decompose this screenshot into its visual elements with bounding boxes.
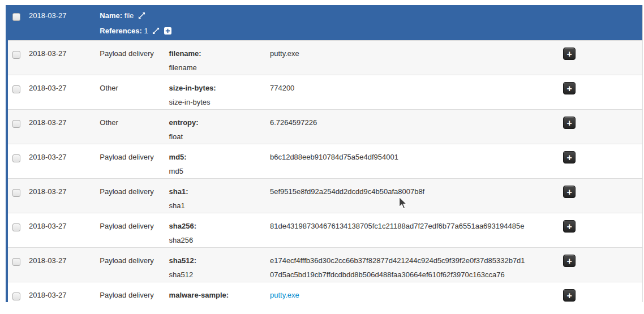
attribute-type: float [169,130,261,144]
references-count: 1 [144,27,148,35]
attribute-rows: 2018-03-27 Payload delivery filename: fi… [7,41,643,303]
attribute-type-cell: sha256: sha256 [165,213,265,248]
attribute-row: 2018-03-27 Payload delivery malware-samp… [7,282,643,303]
attribute-row: 2018-03-27 Payload delivery sha256: sha2… [7,213,643,248]
attribute-value[interactable]: putty.exe [270,291,299,299]
attribute-type-cell: md5: md5 [165,144,265,179]
attribute-type: size-in-bytes [169,95,261,109]
attribute-type-cell: sha512: sha512 [165,248,265,282]
attribute-value: putty.exe [270,49,299,58]
attribute-value-cell: 5ef9515e8fd92a254dd2dcdd9c4b50afa8007b8f [265,179,557,213]
attribute-category: Payload delivery [95,179,164,213]
attribute-value: e174ecf4fffb36d30c2cc66b37f82877d421244c… [270,256,525,279]
attribute-row: 2018-03-27 Other entropy: float 6.726459… [7,110,643,144]
attributes-panel: 2018-03-27 Name: file References: 1 [6,5,643,302]
attribute-date: 2018-03-27 [24,41,95,75]
attribute-type-cell: filename: filename [165,41,265,75]
object-relation-label: sha256: [169,219,261,233]
attribute-category: Payload delivery [95,144,164,179]
attribute-category: Other [95,110,164,144]
attribute-type: sha512 [169,268,261,282]
attribute-type-cell: sha1: sha1 [165,179,265,213]
attribute-row: 2018-03-27 Other size-in-bytes: size-in-… [7,75,643,110]
object-header-row: 2018-03-27 Name: file References: 1 [7,5,643,41]
object-references-line: References: 1 [100,24,638,39]
attribute-value-cell: 6.7264597226 [265,110,557,144]
expand-object-icon[interactable] [138,10,145,24]
attribute-value: 774200 [270,84,294,92]
attributes-table: 2018-03-27 Name: file References: 1 [6,5,643,302]
add-attribute-button[interactable]: + [563,117,576,129]
attribute-actions-cell: + [557,213,642,248]
select-attribute-checkbox[interactable] [12,120,20,128]
attribute-actions-cell: + [557,144,642,179]
object-relation-label: sha512: [169,253,261,268]
attribute-type: sha1 [169,199,261,213]
add-attribute-button[interactable]: + [563,289,576,302]
add-attribute-button[interactable]: + [563,82,576,94]
select-attribute-checkbox[interactable] [12,189,20,197]
add-attribute-button[interactable]: + [563,220,576,233]
attribute-actions-cell: + [557,179,642,213]
object-relation-label: sha1: [169,184,261,199]
attribute-date: 2018-03-27 [24,179,95,213]
attribute-actions-cell: + [557,282,642,303]
attribute-row: 2018-03-27 Payload delivery filename: fi… [7,41,643,75]
attribute-date: 2018-03-27 [24,110,95,144]
attribute-type-cell: size-in-bytes: size-in-bytes [165,75,265,110]
attribute-value-cell: putty.exe [265,41,557,75]
attribute-date: 2018-03-27 [24,282,95,303]
select-attribute-checkbox[interactable] [12,223,20,231]
object-relation-label: malware-sample: [169,288,261,302]
attribute-type-cell: malware-sample: [165,282,265,303]
object-relation-label: size-in-bytes: [169,81,261,95]
expand-references-icon[interactable] [152,25,160,39]
select-attribute-checkbox[interactable] [12,258,20,266]
attribute-value-cell: 774200 [265,75,557,110]
attribute-value: 81de431987304676134138705fc1c21188ad7f27… [270,222,524,230]
attribute-row: 2018-03-27 Payload delivery sha1: sha1 5… [7,179,643,213]
object-relation-label: md5: [169,150,261,164]
attribute-type: filename [169,61,261,75]
object-name-label: Name: [100,11,122,20]
attribute-actions-cell: + [557,110,642,144]
attribute-date: 2018-03-27 [24,75,95,110]
attribute-category: Payload delivery [95,282,164,303]
add-attribute-button[interactable]: + [563,48,576,60]
attribute-type: sha256 [169,233,261,247]
select-attribute-checkbox[interactable] [12,85,20,93]
attribute-category: Payload delivery [95,248,164,282]
attribute-actions-cell: + [557,41,642,75]
attribute-type-cell: entropy: float [165,110,265,144]
select-attribute-checkbox[interactable] [12,293,20,300]
attribute-value-cell: 81de431987304676134138705fc1c21188ad7f27… [265,213,557,248]
add-attribute-button[interactable]: + [563,186,576,198]
attribute-actions-cell: + [557,248,642,282]
add-attribute-button[interactable]: + [563,151,576,164]
select-object-checkbox[interactable] [12,13,20,21]
attribute-value-cell: putty.exe [265,282,557,303]
attribute-category: Payload delivery [95,213,164,248]
attribute-value: 5ef9515e8fd92a254dd2dcdd9c4b50afa8007b8f [270,187,424,196]
attribute-date: 2018-03-27 [24,248,95,282]
references-label: References: [100,27,141,35]
attribute-value: b6c12d88eeb910784d75a5e4df954001 [270,153,398,161]
attribute-category: Payload delivery [95,41,164,75]
attribute-row: 2018-03-27 Payload delivery md5: md5 b6c… [7,144,643,179]
object-name-line: Name: file [100,8,638,24]
attribute-type: md5 [169,164,261,178]
object-relation-label: entropy: [169,115,261,130]
attribute-category: Other [95,75,164,110]
attribute-value: 6.7264597226 [270,118,317,127]
attribute-value-cell: e174ecf4fffb36d30c2cc66b37f82877d421244c… [265,248,557,282]
attribute-value-cell: b6c12d88eeb910784d75a5e4df954001 [265,144,557,179]
object-summary: Name: file References: 1 [95,5,642,41]
object-name-value: file [124,11,134,20]
add-reference-icon[interactable] [164,25,171,39]
attribute-date: 2018-03-27 [24,213,95,248]
add-attribute-button[interactable]: + [563,255,576,267]
select-attribute-checkbox[interactable] [12,51,20,59]
attribute-date: 2018-03-27 [24,144,95,179]
select-attribute-checkbox[interactable] [12,154,20,162]
attribute-row: 2018-03-27 Payload delivery sha512: sha5… [7,248,643,282]
